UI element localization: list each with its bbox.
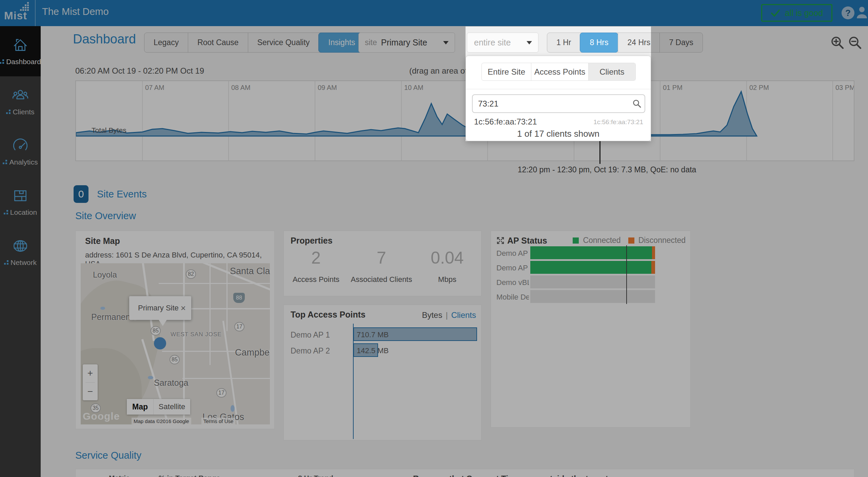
app-screen: Mist The Mist Demo all is good ? Dashboa… [0,0,868,477]
svg-text:10 AM: 10 AM [404,84,423,91]
time-button-1hr[interactable]: 1 Hr [547,33,580,52]
legend-swatch [573,237,579,244]
map-label-loyola: Loyola [93,270,117,280]
help-icon[interactable]: ? [842,6,854,19]
svg-text:07 AM: 07 AM [145,84,164,91]
map-water [148,376,153,379]
legend-label-connected: Connected [583,236,620,245]
map-attribution: Map data ©2016 Google [132,418,191,424]
stat-access-points: 2 Access Points [293,248,339,284]
client-result-mac: 1c:56:fe:aa:73:21 [593,118,643,126]
ap-status-name: Demo AP 2 [496,264,529,272]
site-marker[interactable] [154,337,166,349]
scope-selector[interactable]: entire site [467,33,538,53]
search-icon [633,99,642,108]
view-button-legacy[interactable]: Legacy [144,33,188,52]
map-label-saratoga: Saratoga [154,378,188,388]
time-button-24hrs[interactable]: 24 Hrs [618,33,659,52]
ap-status-card: AP Status Connected Disconnected Demo AP… [491,231,691,427]
clients-shown-count: 1 of 17 clients shown [466,129,651,139]
ap-status-bar-1[interactable] [530,261,655,274]
svg-text:09 AM: 09 AM [318,84,337,91]
sidebar-label: Analytics [9,158,38,166]
tab-clients[interactable]: Clients [588,63,635,80]
map-type-map-button[interactable]: Map [127,399,153,415]
route-badge-17: 17 [216,388,226,398]
ap-status-name: Demo vBLE [496,278,529,287]
view-button-insights[interactable]: Insights [318,33,365,53]
header-divider [35,0,36,26]
zoom-in-icon[interactable] [830,35,845,50]
chart-tooltip: 12:20 pm - 12:30 pm, Oct 19: 7.3 MB, QoE… [518,165,696,174]
sidebar-item-location[interactable]: Location [0,177,41,227]
view-button-service-quality[interactable]: Service Quality [248,33,319,52]
map-zoom-in-button[interactable]: + [83,364,98,382]
zoom-out-icon[interactable] [848,35,863,50]
bar-axis [353,324,354,439]
time-range-switcher: 1 Hr 8 Hrs 24 Hrs 7 Days [547,33,703,53]
nav-dots-icon [6,110,11,114]
google-map[interactable]: Loyola Santa Clara 82 88 Permanente 85 1… [81,263,270,424]
map-road [182,378,270,379]
map-label-west-san-jose: WEST SAN JOSE [171,331,222,338]
top-aps-title: Top Access Points [291,310,366,320]
route-shield-88: 88 [233,293,245,303]
ap-status-name: Demo AP 1 [496,249,529,258]
page-title: Dashboard [73,32,136,46]
sidebar-item-network[interactable]: Network [0,227,41,277]
sidebar-label: Network [11,259,37,267]
toggle-bytes[interactable]: Bytes [422,310,442,320]
time-button-8hrs[interactable]: 8 Hrs [580,33,618,53]
tab-entire-site[interactable]: Entire Site [482,63,531,80]
route-badge-17: 17 [234,322,244,331]
toggle-clients[interactable]: Clients [451,310,476,320]
site-selector[interactable]: site Primary Site [358,33,455,53]
map-type-satellite-button[interactable]: Satellite [153,399,190,415]
scope-popup: Entire Site Access Points Clients 1c:56:… [466,56,651,141]
sidebar-item-clients[interactable]: Clients [0,76,41,127]
map-label-campbell: Campbell [235,347,270,358]
nav-dots-icon [3,160,7,165]
google-logo: Google [83,411,120,422]
expand-icon[interactable] [496,236,505,245]
client-result-name[interactable]: 1c:56:fe:aa:73:21 [474,117,537,127]
sq-col-trend: 8 Hr Trend [298,474,333,477]
popup-divider [466,89,651,89]
map-road [210,263,211,365]
chevron-down-icon [527,41,532,44]
map-label-santa-clara: Santa Clara [230,266,270,276]
sidebar-item-analytics[interactable]: Analytics [0,127,41,177]
ap-status-bar-2[interactable] [530,275,655,288]
mist-logo[interactable]: Mist [0,0,35,26]
nav-dots-icon [4,260,9,265]
route-badge-85: 85 [151,326,161,336]
user-icon[interactable] [856,6,868,19]
client-search-input[interactable] [472,94,645,113]
close-icon[interactable]: × [181,303,186,313]
sidebar: Dashboard Clients Analytics Location [0,26,41,477]
map-zoom-control: + − [83,364,98,400]
site-map-card: Site Map address: 1601 S De Anza Blvd, C… [75,231,275,429]
svg-text:08 AM: 08 AM [231,84,251,91]
check-icon [771,8,780,17]
tab-access-points[interactable]: Access Points [531,63,588,80]
sidebar-item-dashboard[interactable]: Dashboard [0,26,41,76]
map-terms-link[interactable]: Terms of Use [201,418,235,424]
disconnected-segment [652,246,655,259]
status-badge[interactable]: all is good [761,4,832,22]
floorplan-icon [12,187,29,204]
service-quality-heading: Service Quality [75,450,141,461]
svg-text:02 PM: 02 PM [749,84,769,91]
time-button-7days[interactable]: 7 Days [659,33,703,52]
traffic-chart[interactable]: 07 AM 08 AM 09 AM 10 AM 11 AM 12 PM 01 P… [75,80,854,161]
service-quality-card: Metric % in Target Range 8 Hr Trend Reas… [75,469,854,477]
sidebar-label: Location [10,208,37,216]
ap-status-bar-0[interactable] [530,246,655,259]
view-button-root-cause[interactable]: Root Cause [188,33,248,52]
stat-mbps: 0.04 Mbps [431,248,463,284]
sidebar-label: Clients [13,108,34,116]
site-events-link[interactable]: Site Events [97,189,147,200]
series-label: Total Bytes [92,126,126,134]
ap-status-bar-3[interactable] [530,290,655,303]
map-zoom-out-button[interactable]: − [83,383,98,401]
